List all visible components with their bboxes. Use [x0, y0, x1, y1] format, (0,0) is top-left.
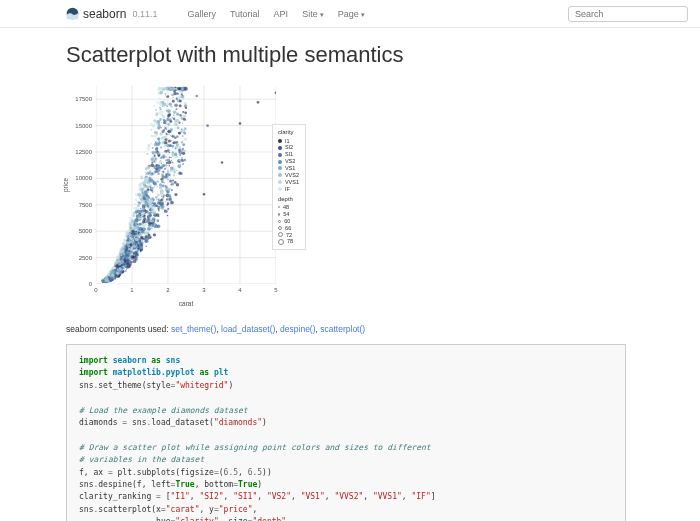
svg-point-1436	[157, 124, 158, 125]
svg-point-1265	[156, 213, 159, 216]
svg-point-2470	[165, 133, 167, 135]
svg-point-2558	[167, 170, 169, 172]
svg-point-2516	[147, 195, 149, 197]
svg-point-2469	[125, 237, 126, 238]
svg-point-2621	[206, 124, 209, 127]
svg-point-239	[155, 196, 158, 199]
svg-point-156	[171, 189, 173, 191]
svg-point-1647	[182, 95, 184, 97]
svg-point-2576	[150, 198, 153, 201]
svg-point-2401	[147, 234, 151, 238]
svg-point-2073	[179, 159, 181, 161]
svg-point-2222	[178, 172, 181, 175]
svg-point-2284	[145, 220, 147, 222]
svg-point-2332	[164, 144, 167, 147]
svg-point-2391	[124, 241, 126, 243]
svg-point-2037	[152, 125, 154, 127]
svg-point-2549	[123, 257, 126, 260]
component-link[interactable]: load_dataset()	[221, 324, 275, 334]
svg-point-120	[145, 246, 146, 247]
svg-point-2602	[124, 267, 125, 268]
svg-point-2364	[138, 202, 141, 205]
component-link[interactable]: despine()	[280, 324, 315, 334]
svg-point-2593	[153, 210, 156, 213]
svg-point-2153	[142, 182, 146, 186]
svg-point-2367	[152, 151, 155, 154]
svg-point-863	[149, 175, 150, 176]
svg-point-288	[182, 111, 184, 113]
svg-point-2409	[184, 127, 187, 130]
svg-point-2554	[137, 247, 138, 248]
svg-point-2568	[153, 234, 155, 236]
svg-point-2611	[158, 151, 159, 152]
legend-hue-item: SI2	[278, 144, 299, 151]
nav-gallery[interactable]: Gallery	[187, 9, 216, 19]
svg-point-2536	[144, 238, 146, 240]
figure: 025005000750010000125001500017500 price …	[66, 78, 626, 314]
svg-point-1196	[140, 208, 141, 209]
svg-point-886	[179, 167, 180, 168]
svg-point-2226	[175, 157, 176, 158]
svg-point-923	[156, 101, 158, 103]
component-link[interactable]: scatterplot()	[320, 324, 365, 334]
component-link[interactable]: set_theme()	[171, 324, 216, 334]
brand-name: seaborn	[83, 7, 126, 21]
svg-point-2564	[122, 267, 124, 269]
svg-point-2481	[171, 184, 172, 185]
svg-point-2552	[139, 187, 141, 189]
svg-point-1841	[183, 115, 185, 117]
svg-point-2531	[136, 236, 138, 238]
nav-page-dropdown[interactable]: Page▾	[338, 9, 365, 19]
svg-point-189	[161, 122, 162, 123]
svg-point-2080	[141, 210, 143, 212]
nav-site-dropdown[interactable]: Site▾	[302, 9, 324, 19]
svg-point-422	[184, 138, 187, 141]
svg-point-2012	[144, 195, 146, 197]
svg-point-1867	[142, 192, 145, 195]
svg-point-1355	[176, 98, 178, 100]
svg-point-2496	[140, 234, 142, 236]
nav-api[interactable]: API	[274, 9, 289, 19]
svg-point-2379	[134, 224, 136, 226]
svg-point-2570	[136, 227, 139, 230]
svg-point-441	[164, 209, 166, 211]
svg-point-2431	[120, 256, 123, 259]
svg-point-2598	[166, 105, 167, 106]
svg-point-1840	[173, 122, 176, 125]
components-used: seaborn components used: set_theme(), lo…	[66, 324, 626, 334]
svg-point-789	[159, 132, 162, 135]
svg-point-1802	[184, 150, 186, 152]
svg-point-547	[156, 192, 158, 194]
brand[interactable]: seaborn 0.11.1	[66, 7, 157, 21]
svg-point-2186	[161, 127, 162, 128]
svg-point-711	[167, 123, 170, 126]
svg-point-2540	[145, 191, 148, 194]
svg-point-1418	[161, 171, 162, 172]
svg-point-2436	[164, 178, 166, 180]
svg-point-2459	[164, 182, 165, 183]
legend-hue-item: SI1	[278, 151, 299, 158]
svg-point-2084	[131, 214, 133, 216]
svg-point-365	[166, 96, 168, 98]
nav-tutorial[interactable]: Tutorial	[230, 9, 260, 19]
svg-point-2433	[170, 105, 173, 108]
svg-point-1720	[165, 201, 166, 202]
svg-point-2483	[134, 198, 137, 201]
svg-point-278	[151, 135, 153, 137]
svg-point-2343	[144, 232, 147, 235]
svg-point-1349	[155, 176, 156, 177]
svg-point-2402	[150, 172, 154, 176]
svg-point-2384	[143, 189, 144, 190]
svg-point-2530	[139, 245, 140, 246]
svg-point-782	[167, 102, 169, 104]
svg-point-2620	[196, 95, 199, 98]
svg-point-2009	[161, 136, 164, 139]
svg-point-2194	[148, 225, 149, 226]
svg-point-2328	[128, 258, 130, 260]
search-input[interactable]	[568, 6, 688, 22]
svg-point-2214	[133, 207, 136, 210]
main-content: Scatterplot with multiple semantics 0250…	[66, 28, 626, 521]
svg-point-2168	[152, 147, 154, 149]
svg-point-2584	[151, 157, 154, 160]
svg-text:12500: 12500	[75, 149, 92, 155]
